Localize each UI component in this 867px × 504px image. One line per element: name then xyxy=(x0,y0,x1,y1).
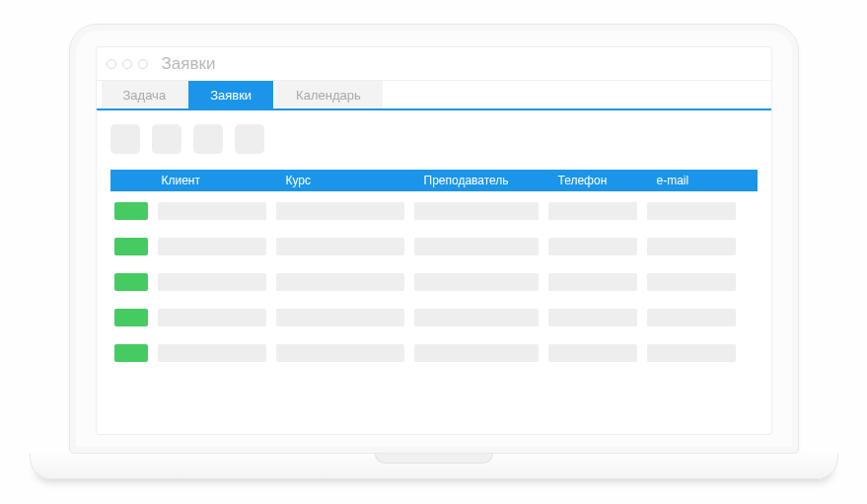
cell-client xyxy=(158,238,266,255)
window-title: Заявки xyxy=(162,54,216,74)
status-badge xyxy=(114,344,148,362)
tab-bar: Задача Заявки Календарь xyxy=(97,81,771,110)
status-badge xyxy=(114,202,148,220)
table-row[interactable] xyxy=(110,197,758,225)
laptop-mockup: Заявки Задача Заявки Календарь Клиент Ку… xyxy=(69,24,799,479)
tab-calendar[interactable]: Календарь xyxy=(274,81,384,108)
table-body xyxy=(110,191,758,367)
table-row[interactable] xyxy=(110,339,758,367)
content-area: Клиент Курс Преподаватель Телефон e-mail xyxy=(97,110,771,434)
status-badge xyxy=(114,309,148,326)
status-badge xyxy=(114,238,148,255)
cell-client xyxy=(158,344,266,362)
cell-email xyxy=(647,309,736,326)
cell-phone xyxy=(548,238,637,255)
cell-teacher xyxy=(414,202,539,220)
col-email-header[interactable]: e-mail xyxy=(657,174,754,187)
laptop-lid: Заявки Задача Заявки Календарь Клиент Ку… xyxy=(69,24,799,454)
cell-phone xyxy=(548,202,637,220)
col-course-header[interactable]: Курс xyxy=(286,174,424,187)
cell-teacher xyxy=(414,309,539,326)
toolbar xyxy=(110,124,758,154)
cell-client xyxy=(158,202,266,220)
cell-teacher xyxy=(414,273,539,291)
cell-course xyxy=(276,344,404,362)
cell-course xyxy=(276,309,404,326)
app-window: Заявки Задача Заявки Календарь Клиент Ку… xyxy=(96,46,772,435)
cell-phone xyxy=(548,309,637,326)
tab-requests[interactable]: Заявки xyxy=(188,81,274,108)
window-close-icon[interactable] xyxy=(107,59,116,69)
table-row[interactable] xyxy=(110,304,758,331)
window-minimize-icon[interactable] xyxy=(122,59,132,69)
cell-course xyxy=(276,238,404,255)
toolbar-button-1[interactable] xyxy=(110,124,140,154)
cell-teacher xyxy=(414,344,539,362)
cell-email xyxy=(647,344,736,362)
status-badge xyxy=(114,273,148,291)
cell-phone xyxy=(548,344,637,362)
col-phone-header[interactable]: Телефон xyxy=(558,174,657,187)
col-teacher-header[interactable]: Преподаватель xyxy=(424,174,558,187)
window-titlebar: Заявки xyxy=(97,47,771,81)
cell-course xyxy=(276,273,404,291)
cell-email xyxy=(647,238,736,255)
col-client-header[interactable]: Клиент xyxy=(158,174,286,187)
cell-phone xyxy=(548,273,637,291)
cell-email xyxy=(647,273,736,291)
laptop-base xyxy=(30,454,838,479)
window-zoom-icon[interactable] xyxy=(138,59,148,69)
table-row[interactable] xyxy=(110,233,758,260)
table-header: Клиент Курс Преподаватель Телефон e-mail xyxy=(110,170,758,191)
cell-client xyxy=(158,273,266,291)
laptop-notch xyxy=(375,454,493,464)
toolbar-button-2[interactable] xyxy=(152,124,181,154)
cell-client xyxy=(158,309,266,326)
table-row[interactable] xyxy=(110,268,758,296)
toolbar-button-3[interactable] xyxy=(193,124,223,154)
cell-email xyxy=(647,202,736,220)
cell-course xyxy=(276,202,404,220)
toolbar-button-4[interactable] xyxy=(235,124,264,154)
window-controls[interactable] xyxy=(107,59,148,69)
tab-task[interactable]: Задача xyxy=(101,81,189,108)
cell-teacher xyxy=(414,238,539,255)
